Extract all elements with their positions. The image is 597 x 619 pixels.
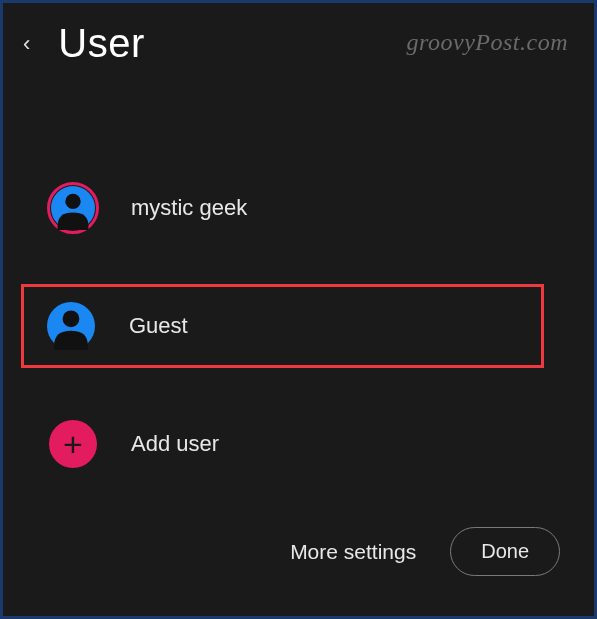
page-title: User — [58, 21, 144, 66]
user-list: mystic geek Guest + Add user — [3, 166, 594, 486]
person-icon — [51, 186, 95, 230]
avatar — [45, 300, 97, 352]
user-row-guest[interactable]: Guest — [21, 284, 544, 368]
svg-point-1 — [65, 194, 80, 209]
add-user-avatar: + — [47, 418, 99, 470]
footer: More settings Done — [290, 527, 560, 576]
back-icon[interactable]: ‹ — [23, 31, 30, 57]
more-settings-button[interactable]: More settings — [290, 540, 416, 564]
user-row-add-user[interactable]: + Add user — [23, 402, 574, 486]
plus-icon: + — [63, 427, 83, 461]
svg-point-3 — [63, 310, 80, 327]
user-label: Add user — [131, 431, 219, 457]
done-button[interactable]: Done — [450, 527, 560, 576]
person-icon — [47, 302, 95, 350]
avatar-selected — [47, 182, 99, 234]
watermark-text: groovyPost.com — [407, 29, 568, 56]
user-label: Guest — [129, 313, 188, 339]
user-label: mystic geek — [131, 195, 247, 221]
user-row-mystic-geek[interactable]: mystic geek — [23, 166, 574, 250]
